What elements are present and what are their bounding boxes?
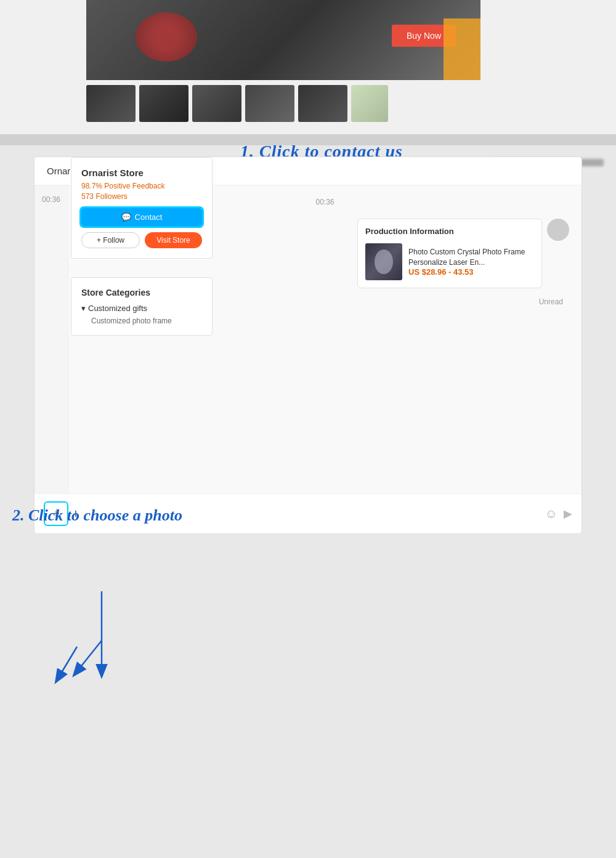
avatar [547,219,569,241]
store-categories: Store Categories ▾ Customized gifts Cust… [71,277,213,336]
thumbnail-3[interactable] [192,85,241,122]
thumbnail-4[interactable] [245,85,294,122]
annotation-2-text: 2. Click to choose a photo [12,505,182,526]
product-price: US $28.96 - 43.53 [408,267,534,277]
thumbnail-2[interactable] [139,85,188,122]
store-feedback: 98.7% Positive Feedback [81,182,202,190]
contact-button[interactable]: 💬 Contact [81,208,202,226]
categories-title: Store Categories [81,288,202,297]
visit-store-button[interactable]: Visit Store [145,232,202,248]
store-banner: Buy Now [86,0,480,80]
svg-line-3 [77,641,102,671]
product-name: Photo Custom Crystal Photo Frame Persona… [408,247,534,268]
thumbnail-1[interactable] [86,85,136,122]
send-button[interactable]: ▶ [564,507,572,520]
product-details: Photo Custom Crystal Photo Frame Persona… [408,247,534,277]
store-actions: + Follow Visit Store [81,232,202,248]
sidebar-time: 00:36 [34,185,68,493]
follow-button[interactable]: + Follow [81,232,140,248]
store-followers: 573 Followers [81,192,202,201]
thumbnail-6[interactable] [351,85,388,122]
annotation-arrow-2 [46,591,157,714]
store-name: Ornarist Store [81,168,202,178]
top-section: Buy Now 1. Click to contact us Ornarist … [0,0,616,134]
category-photo-frame[interactable]: Customized photo frame [81,317,202,325]
thumbnail-5[interactable] [298,85,347,122]
product-info-title: Production Information [365,227,534,236]
category-customized-gifts[interactable]: ▾ Customized gifts [81,304,202,313]
product-card[interactable]: Production Information Photo Custom Crys… [357,219,542,288]
emoji-button[interactable]: ☺ [545,507,557,521]
product-card-inner: Photo Custom Crystal Photo Frame Persona… [365,243,534,280]
banner-accent [444,18,480,80]
chat-icon: 💬 [121,212,131,222]
product-thumbnail [365,243,402,280]
store-card: Ornarist Store 98.7% Positive Feedback 5… [71,157,213,259]
svg-line-4 [59,647,77,678]
category-arrow-icon: ▾ [81,304,86,313]
thumbnails-row [86,85,616,122]
